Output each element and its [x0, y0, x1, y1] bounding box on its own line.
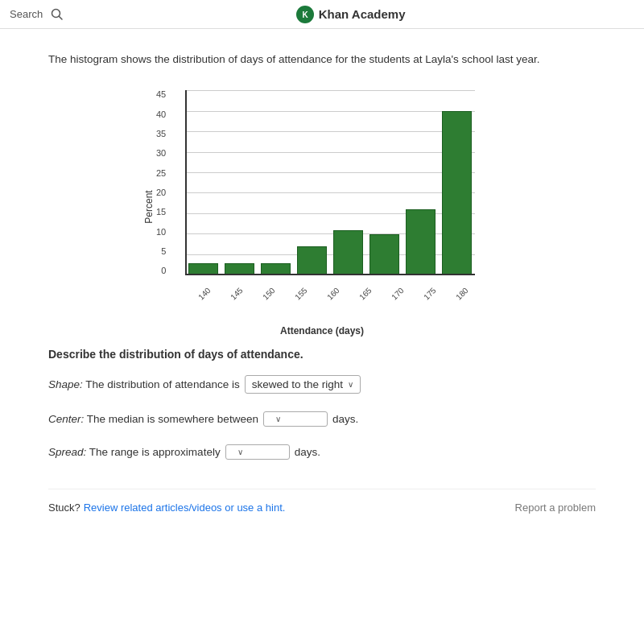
- y-tick-40: 40: [156, 110, 166, 119]
- x-axis-label: Attendance (days): [153, 325, 491, 336]
- problem-description: The histogram shows the distribution of …: [48, 52, 596, 68]
- chart-wrap: Percent 45 40 35 30 25 20 15 10 5 0: [153, 82, 491, 332]
- bar-165-170: [369, 234, 399, 275]
- x-tick-155: 155: [287, 279, 316, 308]
- bar-155-160: [297, 246, 327, 275]
- describe-section: Describe the distribution of days of att…: [48, 348, 596, 460]
- x-tick-170: 170: [383, 279, 412, 308]
- stuck-area: Stuck? Review related articles/videos or…: [48, 501, 285, 514]
- y-tick-15: 15: [156, 208, 166, 217]
- review-link[interactable]: Review related articles/videos or use a …: [84, 502, 286, 514]
- footer-bar: Stuck? Review related articles/videos or…: [48, 489, 596, 514]
- bar-group-175-180: [439, 90, 475, 275]
- center-unit: days.: [332, 413, 358, 425]
- x-axis-labels: 140 145 150 155 160 165 170 175 180: [185, 287, 475, 299]
- search-label: Search: [10, 8, 43, 20]
- y-tick-25: 25: [156, 169, 166, 178]
- center-label: Center: The median is somewhere between: [48, 413, 258, 425]
- y-axis-label: Percent: [143, 191, 155, 224]
- x-tick-160: 160: [319, 279, 348, 308]
- shape-value: skewed to the right: [252, 378, 343, 390]
- content-area: The histogram shows the distribution of …: [0, 29, 644, 644]
- spread-row: Spread: The range is approximately ∨ day…: [48, 444, 596, 460]
- x-tick-140: 140: [190, 279, 219, 308]
- x-tick-165: 165: [351, 279, 380, 308]
- center-row: Center: The median is somewhere between …: [48, 411, 596, 427]
- spread-dropdown[interactable]: ∨: [225, 444, 290, 460]
- report-link[interactable]: Report a problem: [515, 502, 596, 514]
- y-axis-labels: 45 40 35 30 25 20 15 10 5 0: [156, 90, 166, 275]
- shape-dropdown-arrow: ∨: [348, 380, 353, 389]
- shape-row: Shape: The distribution of attendance is…: [48, 375, 596, 394]
- center-dropdown-arrow: ∨: [275, 415, 281, 423]
- x-tick-175: 175: [415, 279, 444, 308]
- spread-dropdown-arrow: ∨: [237, 448, 243, 456]
- x-axis-line: [185, 274, 475, 275]
- search-area: Search: [10, 5, 67, 24]
- brand-center: K Khan Academy: [67, 6, 634, 23]
- bars-area: [185, 90, 475, 275]
- bar-175-180: [442, 111, 472, 275]
- y-tick-45: 45: [156, 90, 166, 99]
- bar-160-165: [333, 230, 363, 275]
- x-tick-150: 150: [254, 279, 283, 308]
- y-tick-35: 35: [156, 130, 166, 138]
- y-tick-20: 20: [156, 188, 166, 197]
- chart-inner: 45 40 35 30 25 20 15 10 5 0: [185, 90, 475, 299]
- bar-group-165-170: [366, 90, 402, 275]
- spread-unit: days.: [295, 446, 320, 458]
- bar-group-160-165: [330, 90, 366, 275]
- y-tick-0: 0: [161, 266, 166, 275]
- bar-group-170-175: [402, 90, 439, 275]
- describe-title: Describe the distribution of days of att…: [48, 348, 596, 361]
- bar-170-175: [406, 209, 436, 275]
- chart-container: Percent 45 40 35 30 25 20 15 10 5 0: [48, 82, 596, 332]
- shape-dropdown[interactable]: skewed to the right ∨: [245, 375, 361, 394]
- brand-icon: K: [296, 6, 314, 23]
- bar-group-155-160: [294, 90, 330, 275]
- top-bar: Search K Khan Academy: [0, 0, 644, 29]
- y-axis-line: [185, 90, 187, 275]
- spread-label: Spread: The range is approximately: [48, 446, 221, 458]
- svg-line-1: [60, 16, 63, 19]
- svg-text:K: K: [302, 10, 308, 19]
- y-tick-30: 30: [156, 149, 166, 158]
- search-icon[interactable]: [47, 5, 67, 24]
- bar-group-145-150: [221, 90, 258, 275]
- stuck-text: Stuck?: [48, 502, 80, 514]
- shape-label: Shape: The distribution of attendance is: [48, 378, 240, 390]
- brand-name: Khan Academy: [319, 7, 406, 21]
- center-dropdown[interactable]: ∨: [263, 411, 328, 427]
- x-tick-180: 180: [448, 279, 477, 308]
- bar-group-140-145: [185, 90, 221, 275]
- y-tick-10: 10: [156, 228, 166, 237]
- x-tick-145: 145: [222, 279, 251, 308]
- y-tick-5: 5: [161, 247, 166, 256]
- bar-group-150-155: [258, 90, 294, 275]
